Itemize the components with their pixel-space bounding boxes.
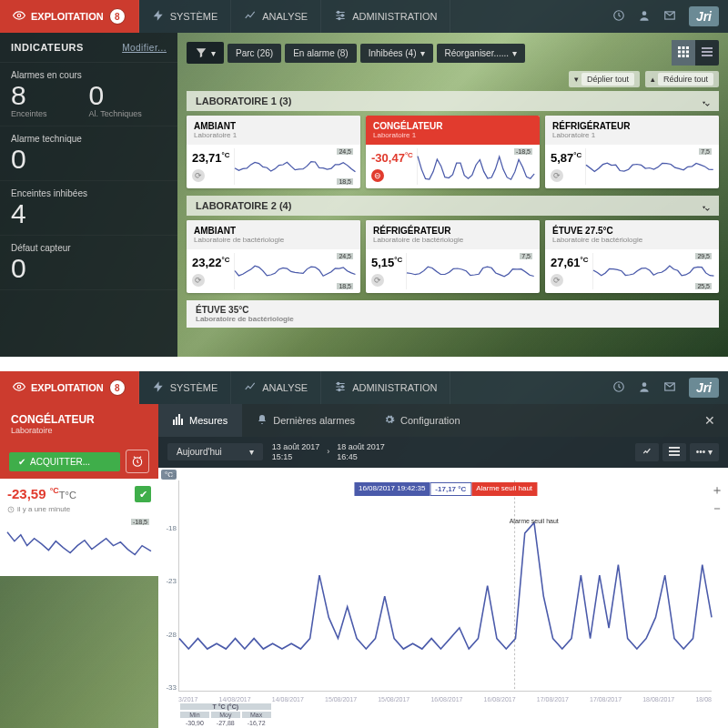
zoom-controls: ＋ －	[710, 482, 724, 517]
nav-admin-label: ADMINISTRATION	[352, 11, 437, 22]
check-icon: ✔	[18, 457, 25, 467]
svg-rect-33	[669, 450, 680, 452]
group-header[interactable]: LABORATOIRE 2 (4)𝅏 ⌄	[187, 196, 719, 216]
svg-point-0	[17, 14, 21, 17]
svg-rect-30	[178, 414, 180, 425]
minus-icon: ⊖	[371, 169, 384, 182]
svg-rect-18	[702, 55, 713, 56]
svg-point-20	[338, 382, 339, 384]
user-icon[interactable]	[638, 9, 651, 24]
alarm-count-badge: 8	[109, 8, 126, 25]
inhib-label: Enceintes inhibées	[11, 188, 167, 198]
defaut-value: 0	[11, 255, 167, 282]
range-selector[interactable]: Aujourd'hui▾	[167, 443, 263, 460]
stats-table: T °C (°C) MinMoyMax -30,90-27,88-16,72	[178, 702, 273, 728]
svg-rect-15	[686, 55, 689, 57]
indicators-sidebar: INDICATEURS Modifier... Alarmes en cours…	[0, 33, 177, 357]
svg-rect-12	[686, 51, 689, 54]
nav-administration[interactable]: ADMINISTRATION	[321, 0, 450, 33]
tab-alarmes[interactable]: Dernières alarmes	[242, 404, 369, 437]
eye-icon	[13, 380, 25, 395]
defaut-label: Défaut capteur	[11, 243, 167, 253]
list-view-icon[interactable]	[695, 40, 719, 66]
zoom-out[interactable]: －	[710, 500, 724, 517]
svg-rect-9	[686, 46, 689, 49]
sensor-card[interactable]: ÉTUVE 27.5°CLaboratoire de bactériologie…	[545, 220, 719, 293]
side-sparkline	[7, 519, 151, 568]
expand-all[interactable]: ▾ Déplier tout	[569, 71, 640, 87]
clock-icon[interactable]	[612, 9, 625, 24]
current-reading: -23,59 °CT°C	[7, 486, 76, 501]
enceintes-sub: Enceintes	[11, 109, 89, 118]
acknowledge-button[interactable]: ✔ ACQUITTER...	[9, 452, 120, 471]
nav-analyse[interactable]: ANALYSE	[231, 0, 321, 33]
nav-administration[interactable]: ADMINISTRATION	[321, 371, 450, 404]
svg-rect-17	[702, 51, 713, 53]
grid-view-icon[interactable]	[672, 40, 695, 66]
sensor-card[interactable]: RÉFRIGÉRATEURLaboratoire de bactériologi…	[366, 220, 540, 293]
svg-rect-32	[669, 447, 680, 449]
svg-point-19	[17, 385, 21, 389]
mail-icon[interactable]	[663, 9, 676, 24]
filter-inhibees[interactable]: Inhibées (4) ▾	[360, 44, 433, 63]
svg-point-2	[341, 15, 343, 16]
nav-systeme[interactable]: SYSTÈME	[139, 371, 232, 404]
nav-analyse-label: ANALYSE	[262, 11, 308, 22]
indicators-title: INDICATEURS	[11, 42, 84, 53]
view-mode-toggle[interactable]	[672, 40, 719, 66]
filter-parc[interactable]: Parc (26)	[228, 44, 281, 63]
more-button[interactable]: ••• ▾	[690, 443, 719, 461]
filter-toggle[interactable]: ▾	[187, 42, 224, 64]
sensor-card[interactable]: AMBIANTLaboratoire de bactériologie 23,2…	[187, 220, 360, 293]
sensor-card[interactable]: CONGÉLATEURLaboratoire 1 -30,47°C ⊖ -18,…	[366, 116, 540, 188]
mail-icon[interactable]	[663, 380, 676, 395]
close-button[interactable]: ✕	[692, 404, 728, 437]
sensor-card[interactable]: RÉFRIGÉRATEURLaboratoire 1 5,87°C ⟳ 7,5	[545, 116, 719, 188]
brand-logo: Jri	[689, 6, 719, 26]
modify-link[interactable]: Modifier...	[122, 43, 167, 53]
svg-point-21	[341, 386, 343, 388]
chart-plot[interactable]: 16/08/2017 19:42:35 -17,17 °C Alarme seu…	[178, 480, 712, 692]
filter-enalarme[interactable]: En alarme (8)	[285, 44, 357, 63]
filter-reorganiser[interactable]: Réorganiser...... ▾	[437, 44, 526, 63]
altech-sub: Al. Techniques	[89, 109, 167, 118]
nav-systeme[interactable]: SYSTÈME	[139, 0, 232, 33]
alarme-tech-value: 0	[11, 146, 167, 173]
y-axis: -13-18-23-28-33	[160, 471, 177, 692]
side-limit-hi: -18,5	[131, 519, 149, 525]
refresh-icon: ⟳	[551, 169, 563, 182]
zoom-in[interactable]: ＋	[710, 482, 724, 499]
user-icon[interactable]	[638, 380, 651, 395]
chart-icon	[244, 380, 257, 395]
sensor-card[interactable]: AMBIANTLaboratoire 1 23,71°C ⟳ 24,5 18,5	[187, 116, 360, 188]
svg-rect-28	[173, 420, 175, 425]
tab-mesures[interactable]: Mesures	[158, 404, 242, 437]
eye-icon	[13, 9, 25, 24]
alarm-count-badge: 8	[109, 379, 126, 396]
table-button[interactable]	[662, 443, 686, 461]
svg-point-1	[338, 11, 339, 13]
svg-point-3	[339, 17, 340, 19]
nav-analyse[interactable]: ANALYSE	[231, 371, 321, 404]
refresh-icon: ⟳	[192, 169, 205, 182]
trend-button[interactable]	[635, 443, 659, 461]
enceintes-value: 8	[11, 82, 89, 109]
tab-config[interactable]: Configuration	[369, 404, 474, 437]
collapse-all[interactable]: ▴ Réduire tout	[645, 71, 719, 87]
last-update: il y a une minute	[7, 505, 151, 513]
chart-area: °C -13-18-23-28-33 16/08/2017 19:42:35 -…	[158, 468, 728, 728]
nav-exploitation[interactable]: EXPLOITATION 8	[0, 0, 139, 33]
group-header[interactable]: LABORATOIRE 1 (3)𝅏 ⌄	[187, 91, 719, 111]
svg-rect-16	[702, 47, 713, 49]
svg-point-5	[642, 11, 647, 15]
bolt-icon	[152, 9, 165, 24]
svg-rect-29	[176, 417, 177, 425]
nav-exploitation[interactable]: EXPLOITATION 8	[0, 371, 139, 404]
alarm-clock-button[interactable]	[126, 450, 149, 473]
refresh-icon: ⟳	[551, 274, 563, 287]
svg-point-22	[339, 389, 340, 390]
clock-icon[interactable]	[612, 380, 625, 395]
svg-rect-14	[682, 55, 685, 57]
alarms-running-label: Alarmes en cours	[11, 70, 89, 80]
refresh-icon: ⟳	[371, 274, 384, 287]
